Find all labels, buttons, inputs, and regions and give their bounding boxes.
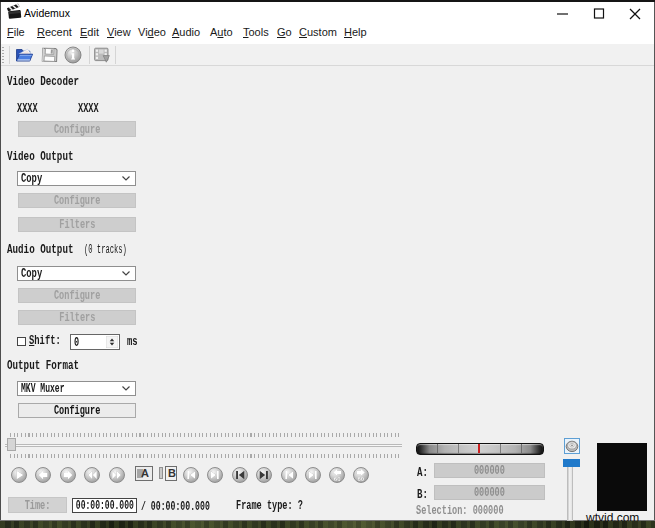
svg-text:60: 60 [334,476,341,482]
svg-text:60: 60 [357,476,364,482]
